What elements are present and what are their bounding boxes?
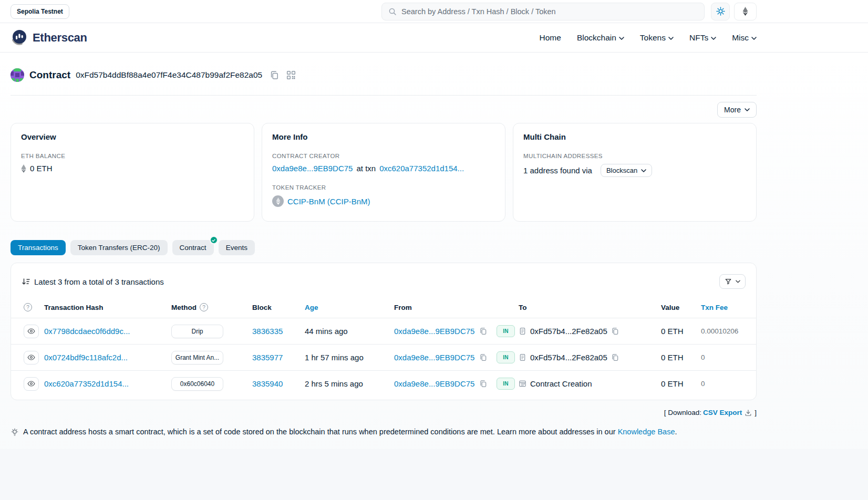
copy-icon[interactable] (611, 353, 619, 361)
transactions-panel: Latest 3 from a total of 3 transactions … (11, 263, 757, 400)
txn-fee-text: 0 (701, 380, 756, 388)
chevron-down-icon (668, 37, 674, 40)
note-text: A contract address hosts a smart contrac… (23, 428, 616, 436)
txn-fee-text: 0 (701, 353, 756, 361)
from-address-link[interactable]: 0xda9e8e...9EB9DC75 (394, 327, 474, 336)
overview-card: Overview ETH BALANCE 0 ETH (11, 123, 254, 222)
txn-preview-eye-button[interactable] (24, 325, 39, 338)
address-blockie-avatar (11, 68, 24, 82)
nav-item-tokens[interactable]: Tokens (640, 33, 674, 43)
creation-txn-link[interactable]: 0xc620a77352d1d154... (379, 164, 464, 173)
table-row: 0x7798dcdaec0f6dd9c... Drip 3836335 44 m… (11, 318, 756, 344)
more-info-card: More Info CONTRACT CREATOR 0xda9e8e...9E… (262, 123, 505, 222)
csv-export-link[interactable]: CSV Export (703, 409, 742, 416)
nav-menu: Home Blockchain Tokens NFTs Misc (540, 33, 757, 43)
eth-balance-value: 0 ETH (30, 164, 53, 173)
network-switch-button[interactable] (734, 3, 757, 20)
age-text: 1 hr 57 mins ago (305, 353, 394, 362)
top-bar: Sepolia Testnet (0, 0, 868, 23)
divider (11, 95, 757, 96)
chevron-down-icon (751, 37, 757, 40)
header-age[interactable]: Age (305, 304, 394, 311)
transactions-summary: Latest 3 from a total of 3 transactions (22, 277, 164, 286)
search-input[interactable] (401, 7, 698, 16)
note-suffix: . (675, 428, 677, 436)
multichain-found-text: 1 address found via (523, 166, 592, 175)
tab-token-transfers[interactable]: Token Transfers (ERC-20) (70, 240, 168, 255)
qr-code-icon[interactable] (286, 70, 296, 80)
contract-file-icon (519, 327, 526, 335)
tab-transactions[interactable]: Transactions (11, 240, 66, 255)
header-txn-fee[interactable]: Txn Fee (701, 304, 756, 311)
page-title: Contract (29, 69, 70, 81)
txn-preview-eye-button[interactable] (24, 377, 39, 391)
age-text: 2 hrs 5 mins ago (305, 379, 394, 388)
copy-address-icon[interactable] (270, 70, 279, 80)
info-cards: Overview ETH BALANCE 0 ETH More Info CON… (11, 123, 757, 222)
table-row: 0x0724bdf9c118afc2d... Grant Mint An... … (11, 344, 756, 370)
card-title: Overview (21, 132, 244, 141)
direction-in-badge: IN (497, 378, 515, 390)
contract-file-icon (519, 353, 526, 361)
eth-balance-label: ETH BALANCE (21, 153, 244, 159)
contract-note: A contract address hosts a smart contrac… (11, 428, 757, 436)
from-address-link[interactable]: 0xda9e8e...9EB9DC75 (394, 353, 474, 362)
lightbulb-icon (11, 428, 19, 436)
copy-icon[interactable] (479, 327, 487, 335)
footer-strip (0, 449, 868, 500)
more-button[interactable]: More (717, 102, 757, 118)
card-title: More Info (272, 132, 495, 141)
value-text: 0 ETH (661, 327, 701, 336)
eye-icon (27, 380, 35, 388)
block-link[interactable]: 3835940 (252, 379, 283, 388)
txn-hash-link[interactable]: 0x0724bdf9c118afc2d... (44, 353, 128, 362)
contract-creation-icon (519, 380, 526, 388)
to-address-text: 0xFd57b4...2Fe82a05 (530, 327, 607, 336)
method-badge[interactable]: Grant Mint An... (171, 351, 223, 364)
direction-in-badge: IN (497, 351, 515, 363)
copy-icon[interactable] (479, 380, 487, 388)
blockscan-dropdown[interactable]: Blockscan (601, 164, 652, 177)
method-badge[interactable]: 0x60c06040 (171, 377, 223, 391)
chevron-down-icon (711, 37, 716, 40)
contract-creator-label: CONTRACT CREATOR (272, 153, 495, 159)
theme-toggle-button[interactable] (711, 3, 730, 20)
nav-item-misc[interactable]: Misc (732, 33, 757, 43)
header-method: Method? (169, 303, 252, 311)
table-header-row: ? Transaction Hash Method? Block Age Fro… (11, 297, 756, 318)
tab-contract[interactable]: Contract (172, 240, 214, 255)
txn-hash-link[interactable]: 0xc620a77352d1d154... (44, 379, 129, 388)
to-address-text: 0xFd57b4...2Fe82a05 (530, 353, 607, 362)
token-tracker-link[interactable]: CCIP-BnM (CCIP-BnM) (287, 197, 370, 206)
method-badge[interactable]: Drip (171, 325, 223, 338)
txn-fee-text: 0.00010206 (701, 327, 756, 335)
network-badge[interactable]: Sepolia Testnet (11, 4, 69, 19)
download-label: [ Download: (664, 409, 701, 416)
multichain-addresses-label: MULTICHAIN ADDRESSES (523, 153, 746, 159)
nav-item-blockchain[interactable]: Blockchain (577, 33, 624, 43)
nav-item-home[interactable]: Home (540, 33, 561, 43)
tab-events[interactable]: Events (219, 240, 255, 255)
knowledge-base-link[interactable]: Knowledge Base (618, 428, 675, 436)
from-address-link[interactable]: 0xda9e8e...9EB9DC75 (394, 379, 474, 388)
chevron-down-icon (736, 280, 740, 283)
block-link[interactable]: 3836335 (252, 327, 283, 336)
filter-button[interactable] (719, 274, 746, 289)
header-transaction-hash: Transaction Hash (44, 304, 169, 311)
help-icon[interactable]: ? (24, 303, 32, 311)
direction-in-badge: IN (497, 325, 515, 337)
creator-address-link[interactable]: 0xda9e8e...9EB9DC75 (272, 164, 353, 173)
header-to: To (519, 304, 661, 311)
nav-item-nfts[interactable]: NFTs (689, 33, 716, 43)
txn-preview-eye-button[interactable] (24, 351, 39, 364)
block-link[interactable]: 3835977 (252, 353, 283, 362)
value-text: 0 ETH (661, 379, 701, 388)
etherscan-logo[interactable]: Etherscan (11, 29, 87, 47)
sun-icon (716, 7, 725, 16)
contract-header: Contract 0xFd57b4ddBf88a4e07fF4e34C487b9… (11, 53, 757, 82)
value-text: 0 ETH (661, 353, 701, 362)
copy-icon[interactable] (611, 327, 619, 335)
copy-icon[interactable] (479, 353, 487, 361)
txn-hash-link[interactable]: 0x7798dcdaec0f6dd9c... (44, 327, 130, 336)
help-icon[interactable]: ? (200, 303, 208, 311)
